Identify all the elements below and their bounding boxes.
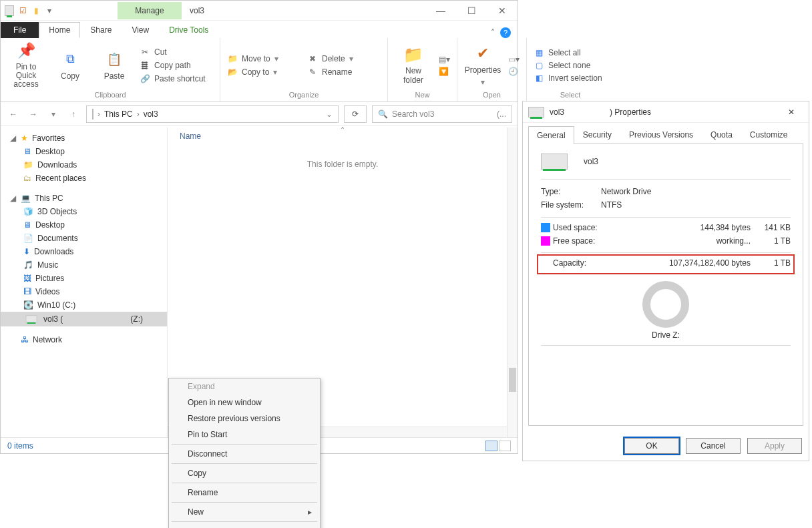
maximize-button[interactable]: ☐ xyxy=(456,1,487,21)
view-details-button[interactable] xyxy=(485,441,497,451)
move-to-button[interactable]: 📁Move to ▾ xyxy=(227,53,300,64)
qat-dropdown-icon[interactable]: ▾ xyxy=(45,6,54,15)
prop-sheet: vol3 Type:Network Drive File system:NTFS… xyxy=(528,144,803,426)
prop-tab-general[interactable]: General xyxy=(528,126,574,144)
invert-selection-button[interactable]: ◧Invert selection xyxy=(534,73,607,83)
history-icon[interactable]: 🕘 xyxy=(508,67,520,76)
pin-quick-access-button[interactable]: 📌 Pin to Quick access xyxy=(7,41,45,89)
prop-used-h: 141 KB xyxy=(751,223,791,232)
breadcrumb-this-pc[interactable]: This PC xyxy=(104,109,133,119)
prop-tab-previous-versions[interactable]: Previous Versions xyxy=(620,125,702,144)
prop-tabs: General Security Previous Versions Quota… xyxy=(523,123,809,144)
tree-videos[interactable]: 🎞Videos xyxy=(1,285,167,298)
ribbon-group-open: ✔ Properties▾ ▭▾ 🕘 Open xyxy=(457,38,526,101)
tab-home[interactable]: Home xyxy=(39,22,80,38)
tree-downloads2[interactable]: ⬇Downloads xyxy=(1,245,167,258)
cancel-button[interactable]: Cancel xyxy=(686,438,741,454)
tree-desktop[interactable]: 🖥Desktop xyxy=(1,145,167,158)
open-icon[interactable]: ▭▾ xyxy=(508,55,520,64)
forward-button[interactable]: → xyxy=(26,107,41,121)
easy-access-icon[interactable]: 🔽 xyxy=(439,67,450,76)
group-label-open: Open xyxy=(483,89,501,100)
prop-tab-security[interactable]: Security xyxy=(574,125,620,144)
path-dropdown-icon[interactable]: ⌄ xyxy=(326,109,333,119)
tree-documents[interactable]: 📄Documents xyxy=(1,232,167,245)
prop-titlebar: vol3 ) Properties ✕ xyxy=(523,101,809,123)
prop-drive-name: vol3 xyxy=(584,157,598,166)
copy-button[interactable]: ⧉ Copy xyxy=(51,50,89,81)
ctx-properties[interactable]: Properties xyxy=(169,523,320,528)
contextual-tab-manage[interactable]: Manage xyxy=(118,2,182,19)
chevron-right-icon: ▸ xyxy=(308,507,312,517)
group-label-organize: Organize xyxy=(289,89,319,100)
ctx-rename[interactable]: Rename xyxy=(169,485,320,501)
paste-icon: 📋 xyxy=(105,50,124,69)
ctx-pin-start[interactable]: Pin to Start xyxy=(169,427,320,443)
help-icon[interactable]: ? xyxy=(500,27,511,38)
tree-desktop2[interactable]: 🖥Desktop xyxy=(1,218,167,232)
ok-button[interactable]: OK xyxy=(624,438,679,454)
qat-folder-icon[interactable]: ▮ xyxy=(31,6,41,15)
breadcrumb-vol[interactable]: vol3 xyxy=(144,109,158,119)
prop-drive-letter: Drive Z: xyxy=(541,330,791,340)
rename-button[interactable]: ✎Rename xyxy=(307,67,381,77)
rename-icon: ✎ xyxy=(307,67,318,77)
copy-path-button[interactable]: 🛤Copy path xyxy=(140,60,213,71)
prop-tab-quota[interactable]: Quota xyxy=(702,125,741,144)
tree-favorites[interactable]: ◢★Favorites xyxy=(1,131,167,145)
tree-network[interactable]: 🖧Network xyxy=(1,333,167,346)
qat-save-icon[interactable]: ☑ xyxy=(18,6,27,15)
new-item-icon[interactable]: ▤▾ xyxy=(439,55,450,64)
navigation-tree[interactable]: ◢★Favorites 🖥Desktop 📁Downloads 🗂Recent … xyxy=(1,127,168,437)
grid-icon: ▦ xyxy=(534,47,544,58)
select-none-button[interactable]: ▢Select none xyxy=(534,60,607,71)
tree-pictures[interactable]: 🖼Pictures xyxy=(1,272,167,285)
minimize-button[interactable]: — xyxy=(425,1,456,21)
ctx-copy[interactable]: Copy xyxy=(169,465,320,481)
vertical-scrollbar[interactable] xyxy=(507,127,518,437)
address-bar-row: ← → ▾ ↑ › This PC › vol3 ⌄ ⟳ 🔍 Search vo… xyxy=(1,102,518,126)
paste-button[interactable]: 📋 Paste xyxy=(95,50,133,81)
back-button[interactable]: ← xyxy=(6,107,21,121)
ribbon-collapse-icon[interactable]: ˄ xyxy=(491,28,495,37)
up-button[interactable]: ↑ xyxy=(66,107,81,121)
prop-used-label: Used space: xyxy=(553,223,650,232)
tree-win10[interactable]: 💽Win10 (C:) xyxy=(1,298,167,312)
ribbon-tabs: File Home Share View Drive Tools ˄ ? xyxy=(1,21,518,38)
ctx-new[interactable]: New▸ xyxy=(169,504,320,520)
tab-view[interactable]: View xyxy=(122,22,159,38)
close-button[interactable]: ✕ xyxy=(487,1,518,21)
prop-tab-customize[interactable]: Customize xyxy=(741,125,797,144)
refresh-button[interactable]: ⟳ xyxy=(344,105,367,123)
new-folder-button[interactable]: 📁 New folder xyxy=(395,45,432,84)
tab-drive-tools[interactable]: Drive Tools xyxy=(159,22,218,38)
view-large-button[interactable] xyxy=(499,441,511,451)
prop-close-button[interactable]: ✕ xyxy=(779,102,803,122)
tree-3d-objects[interactable]: 🧊3D Objects xyxy=(1,205,167,218)
prop-free-label: Free space: xyxy=(553,236,650,246)
folder-icon: 📁 xyxy=(404,45,423,64)
address-bar[interactable]: › This PC › vol3 ⌄ xyxy=(86,105,339,123)
column-sort-icon[interactable]: ˄ xyxy=(341,126,345,136)
select-all-button[interactable]: ▦Select all xyxy=(534,47,607,58)
paste-shortcut-button[interactable]: 🔗Paste shortcut xyxy=(140,73,213,84)
used-swatch xyxy=(541,223,550,232)
search-box[interactable]: 🔍 Search vol3 (... xyxy=(372,105,512,123)
tab-share[interactable]: Share xyxy=(80,22,122,38)
column-name[interactable]: Name xyxy=(180,131,201,141)
tab-file[interactable]: File xyxy=(1,22,39,38)
tree-music[interactable]: 🎵Music xyxy=(1,258,167,272)
cut-button[interactable]: ✂Cut xyxy=(140,47,213,57)
delete-button[interactable]: ✖Delete ▾ xyxy=(307,53,381,64)
properties-button[interactable]: ✔ Properties▾ xyxy=(464,44,501,87)
prop-cap-label: Capacity: xyxy=(553,258,650,268)
tree-downloads[interactable]: 📁Downloads xyxy=(1,158,167,172)
ctx-open-new-window[interactable]: Open in new window xyxy=(169,394,320,411)
ctx-disconnect[interactable]: Disconnect xyxy=(169,446,320,462)
tree-vol3[interactable]: vol3 ((Z:) xyxy=(1,312,167,326)
copy-to-button[interactable]: 📂Copy to ▾ xyxy=(227,67,300,77)
ctx-restore-versions[interactable]: Restore previous versions xyxy=(169,411,320,427)
tree-this-pc[interactable]: ◢💻This PC xyxy=(1,192,167,205)
recent-locations-button[interactable]: ▾ xyxy=(46,107,61,121)
tree-recent[interactable]: 🗂Recent places xyxy=(1,172,167,185)
